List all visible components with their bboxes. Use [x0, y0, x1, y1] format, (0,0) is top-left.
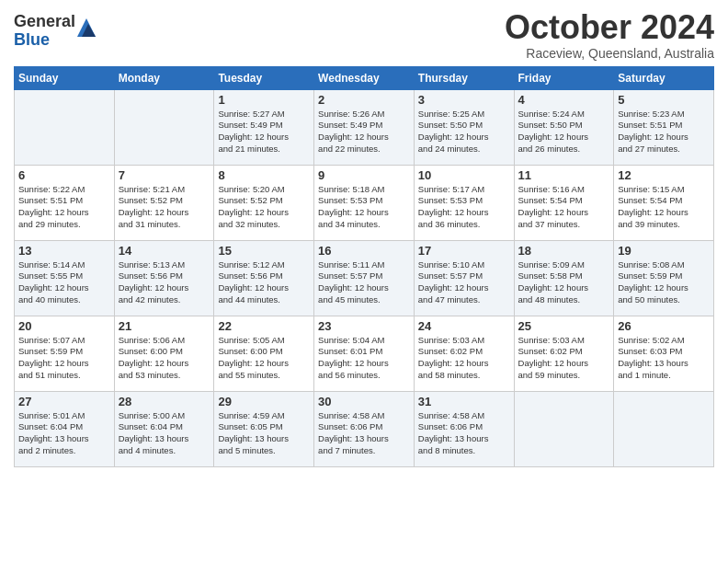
header: General Blue October 2024 Raceview, Quee…	[14, 9, 714, 61]
day-info: Sunrise: 5:23 AM Sunset: 5:51 PM Dayligh…	[618, 109, 710, 155]
logo-general: General	[14, 13, 75, 31]
day-number: 13	[18, 244, 110, 258]
day-number: 24	[418, 319, 510, 333]
calendar-cell: 18Sunrise: 5:09 AM Sunset: 5:58 PM Dayli…	[514, 240, 614, 316]
day-number: 5	[618, 93, 710, 107]
calendar-cell: 5Sunrise: 5:23 AM Sunset: 5:51 PM Daylig…	[614, 89, 714, 165]
day-info: Sunrise: 5:22 AM Sunset: 5:51 PM Dayligh…	[18, 184, 110, 231]
calendar-cell: 7Sunrise: 5:21 AM Sunset: 5:52 PM Daylig…	[114, 165, 214, 240]
calendar-cell: 21Sunrise: 5:06 AM Sunset: 6:00 PM Dayli…	[114, 316, 214, 391]
day-number: 14	[119, 244, 210, 258]
day-number: 3	[418, 93, 510, 107]
day-info: Sunrise: 5:00 AM Sunset: 6:04 PM Dayligh…	[119, 410, 210, 457]
day-number: 9	[318, 168, 410, 182]
calendar-cell: 11Sunrise: 5:16 AM Sunset: 5:54 PM Dayli…	[514, 165, 614, 240]
day-number: 1	[218, 93, 310, 107]
page: General Blue October 2024 Raceview, Quee…	[0, 0, 728, 477]
day-number: 8	[218, 168, 310, 182]
day-info: Sunrise: 4:58 AM Sunset: 6:06 PM Dayligh…	[418, 410, 510, 457]
calendar-week-row: 1Sunrise: 5:27 AM Sunset: 5:49 PM Daylig…	[15, 89, 714, 165]
logo: General Blue	[14, 13, 96, 50]
calendar-cell: 24Sunrise: 5:03 AM Sunset: 6:02 PM Dayli…	[414, 316, 514, 391]
calendar-cell: 6Sunrise: 5:22 AM Sunset: 5:51 PM Daylig…	[15, 165, 115, 240]
day-number: 20	[18, 319, 110, 333]
weekday-header-friday: Friday	[514, 66, 614, 89]
day-info: Sunrise: 5:03 AM Sunset: 6:02 PM Dayligh…	[418, 335, 510, 382]
calendar-table: SundayMondayTuesdayWednesdayThursdayFrid…	[14, 66, 714, 467]
day-info: Sunrise: 5:10 AM Sunset: 5:57 PM Dayligh…	[418, 259, 510, 306]
weekday-header-row: SundayMondayTuesdayWednesdayThursdayFrid…	[15, 66, 714, 89]
day-number: 2	[318, 93, 410, 107]
calendar-cell	[15, 89, 115, 165]
day-number: 6	[18, 168, 110, 182]
calendar-cell: 30Sunrise: 4:58 AM Sunset: 6:06 PM Dayli…	[314, 391, 415, 466]
day-number: 21	[119, 319, 210, 333]
day-number: 7	[119, 168, 210, 182]
day-number: 30	[318, 395, 410, 408]
day-info: Sunrise: 5:17 AM Sunset: 5:53 PM Dayligh…	[418, 184, 510, 231]
weekday-header-sunday: Sunday	[15, 66, 115, 89]
calendar-cell: 15Sunrise: 5:12 AM Sunset: 5:56 PM Dayli…	[214, 240, 314, 316]
day-number: 25	[518, 319, 610, 333]
day-info: Sunrise: 5:24 AM Sunset: 5:50 PM Dayligh…	[518, 109, 610, 155]
logo-icon	[77, 18, 96, 37]
weekday-header-thursday: Thursday	[414, 66, 514, 89]
calendar-cell: 29Sunrise: 4:59 AM Sunset: 6:05 PM Dayli…	[214, 391, 314, 466]
day-info: Sunrise: 5:25 AM Sunset: 5:50 PM Dayligh…	[418, 109, 510, 155]
calendar-cell: 4Sunrise: 5:24 AM Sunset: 5:50 PM Daylig…	[514, 89, 614, 165]
calendar-cell: 26Sunrise: 5:02 AM Sunset: 6:03 PM Dayli…	[614, 316, 714, 391]
calendar-cell: 13Sunrise: 5:14 AM Sunset: 5:55 PM Dayli…	[15, 240, 115, 316]
day-info: Sunrise: 5:20 AM Sunset: 5:52 PM Dayligh…	[218, 184, 310, 231]
day-number: 4	[518, 93, 610, 107]
calendar-cell: 28Sunrise: 5:00 AM Sunset: 6:04 PM Dayli…	[114, 391, 214, 466]
day-number: 18	[518, 244, 610, 258]
calendar-cell: 23Sunrise: 5:04 AM Sunset: 6:01 PM Dayli…	[314, 316, 415, 391]
calendar-week-row: 6Sunrise: 5:22 AM Sunset: 5:51 PM Daylig…	[15, 165, 714, 240]
calendar-cell: 16Sunrise: 5:11 AM Sunset: 5:57 PM Dayli…	[314, 240, 415, 316]
day-info: Sunrise: 5:21 AM Sunset: 5:52 PM Dayligh…	[119, 184, 210, 231]
calendar-week-row: 27Sunrise: 5:01 AM Sunset: 6:04 PM Dayli…	[15, 391, 714, 466]
day-info: Sunrise: 5:06 AM Sunset: 6:00 PM Dayligh…	[119, 335, 210, 382]
day-info: Sunrise: 5:03 AM Sunset: 6:02 PM Dayligh…	[518, 335, 610, 382]
weekday-header-wednesday: Wednesday	[314, 66, 415, 89]
day-info: Sunrise: 5:12 AM Sunset: 5:56 PM Dayligh…	[218, 259, 310, 306]
calendar-week-row: 13Sunrise: 5:14 AM Sunset: 5:55 PM Dayli…	[15, 240, 714, 316]
calendar-cell: 14Sunrise: 5:13 AM Sunset: 5:56 PM Dayli…	[114, 240, 214, 316]
day-info: Sunrise: 5:27 AM Sunset: 5:49 PM Dayligh…	[218, 109, 310, 155]
calendar-cell: 31Sunrise: 4:58 AM Sunset: 6:06 PM Dayli…	[414, 391, 514, 466]
calendar-cell: 3Sunrise: 5:25 AM Sunset: 5:50 PM Daylig…	[414, 89, 514, 165]
logo-blue: Blue	[14, 31, 75, 50]
day-info: Sunrise: 5:09 AM Sunset: 5:58 PM Dayligh…	[518, 259, 610, 306]
day-number: 10	[418, 168, 510, 182]
month-title: October 2024	[505, 9, 714, 46]
day-number: 11	[518, 168, 610, 182]
day-number: 17	[418, 244, 510, 258]
day-number: 29	[218, 395, 310, 408]
weekday-header-monday: Monday	[114, 66, 214, 89]
calendar-cell: 20Sunrise: 5:07 AM Sunset: 5:59 PM Dayli…	[15, 316, 115, 391]
day-info: Sunrise: 5:15 AM Sunset: 5:54 PM Dayligh…	[618, 184, 710, 231]
weekday-header-saturday: Saturday	[614, 66, 714, 89]
location-subtitle: Raceview, Queensland, Australia	[505, 46, 714, 61]
calendar-cell: 1Sunrise: 5:27 AM Sunset: 5:49 PM Daylig…	[214, 89, 314, 165]
calendar-week-row: 20Sunrise: 5:07 AM Sunset: 5:59 PM Dayli…	[15, 316, 714, 391]
day-number: 16	[318, 244, 410, 258]
day-info: Sunrise: 5:02 AM Sunset: 6:03 PM Dayligh…	[618, 335, 710, 382]
calendar-cell: 10Sunrise: 5:17 AM Sunset: 5:53 PM Dayli…	[414, 165, 514, 240]
day-info: Sunrise: 5:13 AM Sunset: 5:56 PM Dayligh…	[119, 259, 210, 306]
day-number: 28	[119, 395, 210, 408]
calendar-cell	[614, 391, 714, 466]
day-info: Sunrise: 5:07 AM Sunset: 5:59 PM Dayligh…	[18, 335, 110, 382]
calendar-cell: 25Sunrise: 5:03 AM Sunset: 6:02 PM Dayli…	[514, 316, 614, 391]
day-info: Sunrise: 5:04 AM Sunset: 6:01 PM Dayligh…	[318, 335, 410, 382]
calendar-cell: 27Sunrise: 5:01 AM Sunset: 6:04 PM Dayli…	[15, 391, 115, 466]
day-info: Sunrise: 5:26 AM Sunset: 5:49 PM Dayligh…	[318, 109, 410, 155]
calendar-cell: 12Sunrise: 5:15 AM Sunset: 5:54 PM Dayli…	[614, 165, 714, 240]
day-info: Sunrise: 4:58 AM Sunset: 6:06 PM Dayligh…	[318, 410, 410, 457]
calendar-cell	[514, 391, 614, 466]
calendar-cell	[114, 89, 214, 165]
day-number: 31	[418, 395, 510, 408]
day-number: 26	[618, 319, 710, 333]
day-info: Sunrise: 5:14 AM Sunset: 5:55 PM Dayligh…	[18, 259, 110, 306]
day-number: 15	[218, 244, 310, 258]
